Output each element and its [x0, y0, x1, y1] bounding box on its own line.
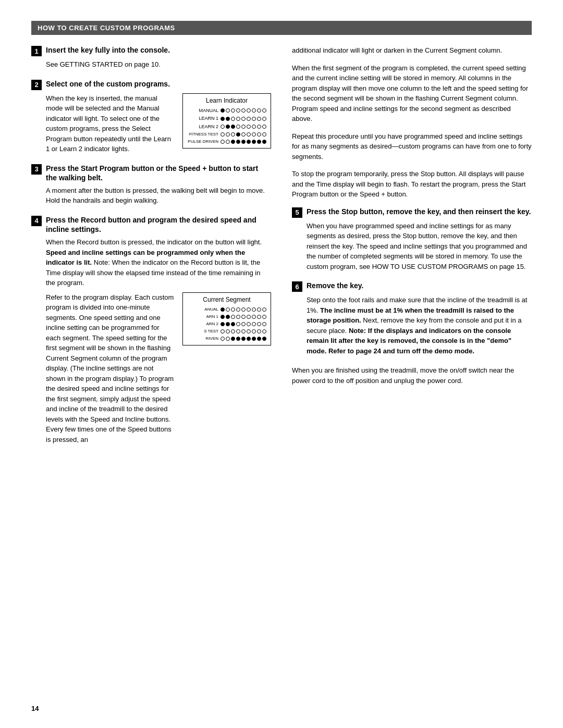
dot: [252, 307, 256, 312]
step-1: 1 Insert the key fully into the console.…: [31, 45, 271, 70]
dot: [236, 315, 240, 319]
header-title: HOW TO CREATE CUSTOM PROGRAMS: [38, 24, 175, 32]
row-label-pulse: PULSE DRIVEN: [187, 139, 218, 145]
step-5-line-1: When you have programmed speed and incli…: [307, 221, 532, 272]
right-para-3: Repeat this procedure until you have pro…: [292, 131, 532, 162]
dot: [221, 117, 225, 121]
dot: [252, 315, 256, 319]
dot: [241, 125, 246, 129]
row-dots-learn2: [221, 125, 266, 129]
dot: [252, 322, 256, 326]
dot: [221, 132, 225, 137]
dot: [236, 108, 240, 113]
row-dots-manual: [221, 108, 266, 113]
step-5-number: 5: [292, 207, 302, 218]
row-label-learn1: LEARN 1: [187, 115, 218, 122]
dot: [257, 322, 261, 326]
dot: [241, 322, 246, 326]
dot: [262, 322, 266, 326]
dot: [226, 117, 230, 121]
dot: [236, 140, 240, 144]
dot: [262, 329, 266, 334]
dot: [236, 125, 240, 129]
dot: [236, 322, 240, 326]
step-3-header: 3 Press the Start Program button or the …: [31, 164, 271, 182]
dot: [226, 307, 230, 312]
dot: [221, 322, 225, 326]
dot: [252, 125, 256, 129]
dot: [252, 132, 256, 137]
row-label-manual: MANUAL: [187, 107, 218, 115]
seg-dots-4: [221, 329, 266, 334]
dot: [221, 140, 225, 144]
step-3-number: 3: [31, 164, 42, 175]
step-1-number: 1: [31, 46, 42, 56]
step-3-line-1: A moment after the button is pressed, th…: [46, 186, 271, 206]
dot: [257, 132, 261, 137]
dot: [241, 108, 246, 113]
dot: [247, 108, 251, 113]
dot: [241, 337, 246, 341]
dot: [221, 108, 225, 113]
dot: [221, 315, 225, 319]
seg-dots-5: [221, 337, 266, 341]
dot: [262, 140, 266, 144]
right-para-4: To stop the program temporarily, press t…: [292, 169, 532, 200]
seg-row-3: ARN 2: [187, 321, 266, 327]
step-6-body: Step onto the foot rails and make sure t…: [307, 295, 532, 356]
dot: [247, 337, 251, 341]
left-column: 1 Insert the key fully into the console.…: [31, 45, 271, 697]
dot: [247, 117, 251, 121]
row-label-fitness: FITNESS TEST: [187, 131, 218, 138]
dot: [262, 108, 266, 113]
dot: [226, 140, 230, 144]
dot: [252, 329, 256, 334]
dot: [247, 315, 251, 319]
dot: [231, 337, 235, 341]
step-1-header: 1 Insert the key fully into the console.: [31, 45, 271, 56]
dot: [262, 307, 266, 312]
dot: [241, 307, 246, 312]
seg-row-4: S TEST: [187, 328, 266, 335]
step-4-body: When the Record button is pressed, the i…: [46, 237, 271, 445]
seg-dots-2: [221, 315, 266, 319]
current-segment-box: Current Segment ANUAL: [182, 292, 271, 346]
dot: [221, 307, 225, 312]
dot: [221, 337, 225, 341]
step-3: 3 Press the Start Program button or the …: [31, 164, 271, 206]
seg-label-5: RIVEN: [187, 336, 218, 342]
dot: [226, 329, 230, 334]
step-3-body: A moment after the button is pressed, th…: [46, 186, 271, 206]
step-5-header: 5 Press the Stop button, remove the key,…: [292, 207, 532, 218]
step-4: 4 Press the Record button and program th…: [31, 215, 271, 445]
dot: [236, 132, 240, 137]
seg-dots-3: [221, 322, 266, 326]
dot: [262, 117, 266, 121]
learn-indicator-box: Learn Indicator MANUAL: [182, 93, 271, 149]
indicator-row-pulse: PULSE DRIVEN: [187, 139, 266, 145]
dot: [241, 132, 246, 137]
dot: [247, 140, 251, 144]
dot: [257, 307, 261, 312]
dot: [226, 108, 230, 113]
dot: [247, 132, 251, 137]
indicator-row-fitness: FITNESS TEST: [187, 131, 266, 138]
dot: [241, 140, 246, 144]
step-5: 5 Press the Stop button, remove the key,…: [292, 207, 532, 272]
step-2-inline-figure: When the key is inserted, the manual mod…: [46, 93, 271, 154]
seg-label-2: ARN 1: [187, 314, 218, 320]
step-2-number: 2: [31, 80, 42, 90]
dot: [257, 117, 261, 121]
dot: [252, 117, 256, 121]
dot: [262, 337, 266, 341]
dot: [262, 315, 266, 319]
right-para-2: When the first segment of the program is…: [292, 63, 532, 124]
step-4-header: 4 Press the Record button and program th…: [31, 215, 271, 234]
dot: [231, 322, 235, 326]
step-3-title: Press the Start Program button or the Sp…: [46, 164, 271, 182]
dot: [221, 329, 225, 334]
seg-label-1: ANUAL: [187, 306, 218, 313]
step-4-number: 4: [31, 216, 42, 226]
dot: [257, 337, 261, 341]
step-5-title: Press the Stop button, remove the key, a…: [307, 207, 531, 216]
